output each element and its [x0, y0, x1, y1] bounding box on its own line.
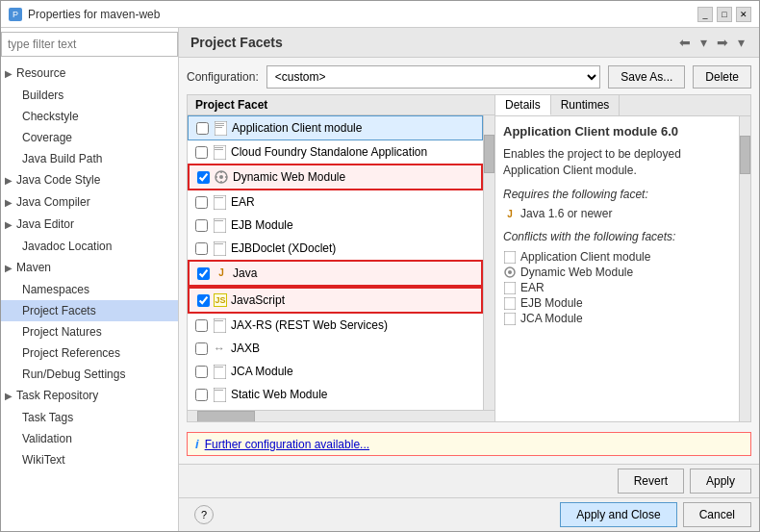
facet-label-jaxrs: JAX-RS (REST Web Services) [231, 316, 388, 335]
facets-area: Project Facet Application Client module [187, 94, 751, 422]
facet-icon-jaxb: ↔ [212, 341, 227, 356]
facet-item-ejb[interactable]: EJB Module [188, 214, 483, 237]
details-conflict-1: Dynamic Web Module [503, 265, 731, 280]
filter-input[interactable] [1, 32, 178, 57]
sidebar-item-coverage[interactable]: Coverage [1, 127, 178, 148]
facet-item-cloud-foundry[interactable]: Cloud Foundry Standalone Application [188, 140, 483, 164]
conflict-icon-4 [503, 312, 517, 325]
help-button[interactable]: ? [194, 505, 214, 524]
sidebar-item-java-compiler[interactable]: ▶Java Compiler [1, 191, 178, 214]
sidebar-item-wikitext[interactable]: WikiText [1, 449, 178, 470]
sidebar-item-builders[interactable]: Builders [1, 85, 178, 106]
details-scroll-thumb[interactable] [740, 136, 750, 174]
facet-checkbox-app-client[interactable] [196, 122, 209, 135]
sidebar-item-task-tags[interactable]: Task Tags [1, 407, 178, 428]
sidebar-item-resource[interactable]: ▶Resource [1, 63, 178, 85]
sidebar-item-project-references[interactable]: Project References [1, 342, 178, 364]
sidebar-item-task-repository[interactable]: ▶Task Repository [1, 385, 178, 407]
facet-item-javascript[interactable]: JS JavaScript [188, 287, 483, 314]
facet-label-ejbdoclet: EJBDoclet (XDoclet) [231, 239, 336, 258]
facet-icon-app-client [213, 120, 228, 136]
facet-checkbox-jca[interactable] [195, 366, 208, 378]
right-panel: Project Facets ⬅ ▾ ➡ ▾ Configuration: <c… [179, 28, 759, 531]
facet-item-java[interactable]: J Java [188, 260, 483, 287]
facet-checkbox-ejbdoclet[interactable] [195, 242, 208, 255]
config-select[interactable]: <custom> [266, 65, 601, 89]
facet-checkbox-jaxrs[interactable] [195, 319, 208, 332]
svg-rect-31 [504, 297, 516, 310]
conflict-label-3: EJB Module [520, 296, 583, 310]
maximize-button[interactable]: □ [717, 7, 732, 22]
nav-dropdown-button[interactable]: ▾ [697, 34, 710, 51]
facets-list-scroll-thumb[interactable] [484, 135, 494, 173]
facet-icon-ear [212, 194, 227, 210]
facets-list-header: Project Facet [188, 95, 494, 115]
sidebar-item-project-natures[interactable]: Project Natures [1, 321, 178, 342]
sidebar-item-java-build-path[interactable]: Java Build Path [1, 148, 178, 169]
details-conflict-2: EAR [503, 280, 731, 295]
facet-item-jaxrs[interactable]: JAX-RS (REST Web Services) [188, 314, 483, 337]
facet-checkbox-javascript[interactable] [197, 294, 210, 307]
nav-back-button[interactable]: ⬅ [676, 34, 694, 51]
facet-icon-static-web [212, 387, 227, 402]
facet-checkbox-ejb[interactable] [195, 219, 208, 232]
sidebar-item-maven[interactable]: ▶Maven [1, 257, 178, 279]
close-button[interactable]: ✕ [736, 7, 751, 22]
delete-button[interactable]: Delete [693, 65, 751, 89]
facet-icon-java: J [214, 266, 229, 281]
save-as-button[interactable]: Save As... [608, 65, 685, 89]
further-config-link[interactable]: Further configuration available... [205, 438, 369, 451]
facet-checkbox-java[interactable] [197, 267, 210, 280]
minimize-button[interactable]: _ [697, 7, 713, 22]
details-requires-value: Java 1.6 or newer [520, 207, 612, 220]
facet-item-jca[interactable]: JCA Module [188, 360, 483, 383]
facet-checkbox-jaxb[interactable] [195, 342, 208, 355]
sidebar-item-javadoc[interactable]: Javadoc Location [1, 236, 178, 257]
tab-details[interactable]: Details [495, 95, 551, 115]
facet-item-jaxb[interactable]: ↔ JAXB [188, 337, 483, 360]
sidebar-item-java-editor[interactable]: ▶Java Editor [1, 214, 178, 236]
panel-header: Project Facets ⬅ ▾ ➡ ▾ [179, 28, 759, 58]
sidebar-item-java-code-style[interactable]: ▶Java Code Style [1, 169, 178, 191]
conflict-label-2: EAR [520, 281, 545, 294]
panel-body: Configuration: <custom> Save As... Delet… [179, 58, 759, 464]
title-controls: _ □ ✕ [697, 7, 751, 22]
panel-nav: ⬅ ▾ ➡ ▾ [676, 34, 747, 51]
nav-menu-button[interactable]: ▾ [735, 34, 747, 51]
title-bar-left: P Properties for maven-web [9, 8, 160, 21]
facet-item-ear[interactable]: EAR [188, 190, 483, 214]
facet-item-dynamic-web[interactable]: Dynamic Web Module [188, 164, 483, 190]
apply-button[interactable]: Apply [690, 469, 751, 494]
revert-button[interactable]: Revert [618, 469, 684, 494]
cancel-button[interactable]: Cancel [683, 502, 751, 527]
facets-hscroll-thumb[interactable] [197, 411, 255, 422]
facet-item-app-client[interactable]: Application Client module [188, 115, 483, 140]
details-conflicts-label: Conflicts with the following facets: [503, 229, 731, 245]
facets-list-hscroll[interactable] [188, 410, 494, 421]
facet-checkbox-cloud-foundry[interactable] [195, 146, 208, 159]
apply-close-button[interactable]: Apply and Close [560, 502, 676, 527]
details-conflict-0: Application Client module [503, 249, 731, 265]
facet-checkbox-dynamic-web[interactable] [197, 171, 210, 184]
facet-item-ejbdoclet[interactable]: EJBDoclet (XDoclet) [188, 237, 483, 260]
conflict-icon-3 [503, 296, 517, 310]
nav-forward-button[interactable]: ➡ [714, 34, 731, 51]
facets-list-scrollbar[interactable] [483, 115, 494, 410]
details-scrollbar[interactable] [739, 116, 750, 421]
facet-icon-jaxrs [212, 317, 227, 333]
sidebar-item-validation[interactable]: Validation [1, 428, 178, 449]
facet-checkbox-ear[interactable] [195, 196, 208, 209]
facet-label-jaxb: JAXB [231, 339, 260, 358]
facet-item-static-web[interactable]: Static Web Module [188, 383, 483, 406]
java-icon-small: J [503, 207, 517, 220]
facet-checkbox-static-web[interactable] [195, 389, 208, 401]
facets-hscroll-track[interactable] [188, 411, 494, 422]
info-icon: i [195, 437, 199, 451]
sidebar-item-checkstyle[interactable]: Checkstyle [1, 106, 178, 127]
sidebar-item-project-facets[interactable]: Project Facets [1, 300, 178, 321]
facet-label-javascript: JavaScript [231, 291, 285, 310]
sidebar-item-namespaces[interactable]: Namespaces [1, 279, 178, 300]
facet-icon-cloud-foundry [212, 144, 227, 160]
sidebar-item-run-debug[interactable]: Run/Debug Settings [1, 364, 178, 385]
tab-runtimes[interactable]: Runtimes [551, 95, 621, 115]
